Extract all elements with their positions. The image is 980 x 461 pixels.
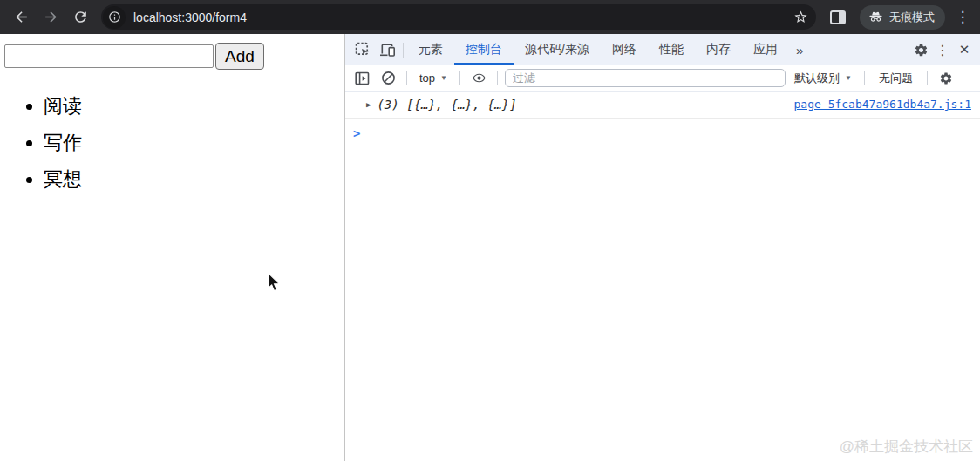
prompt-chevron-icon: > <box>353 126 360 140</box>
source-link[interactable]: page-5fcab47a961db4a7.js:1 <box>794 98 972 111</box>
site-info-button[interactable] <box>103 6 126 29</box>
console-settings-button[interactable] <box>935 68 957 89</box>
console-prompt[interactable]: > <box>345 119 980 146</box>
forward-button[interactable] <box>37 3 65 31</box>
tab-application[interactable]: 应用 <box>742 34 789 65</box>
tab-sources[interactable]: 源代码/来源 <box>514 34 601 65</box>
log-levels-dropdown[interactable]: 默认级别 ▼ <box>789 71 857 86</box>
back-button[interactable] <box>7 3 35 31</box>
browser-toolbar: localhost:3000/form4 无痕模式 ⋮ <box>0 0 980 34</box>
url-text[interactable]: localhost:3000/form4 <box>133 10 247 24</box>
back-icon <box>13 9 30 25</box>
watermark: @稀土掘金技术社区 <box>840 437 973 457</box>
list-item: 冥想 <box>44 166 344 193</box>
tab-network[interactable]: 网络 <box>601 34 648 65</box>
console-sidebar-icon <box>355 71 370 85</box>
reload-button[interactable] <box>66 3 94 31</box>
reload-icon <box>72 9 89 25</box>
browser-menu-button[interactable]: ⋮ <box>952 8 973 26</box>
device-toolbar-icon <box>379 43 396 58</box>
gear-icon <box>914 43 929 58</box>
add-button[interactable]: Add <box>215 43 264 70</box>
devtools-close-button[interactable]: ✕ <box>952 42 977 58</box>
info-icon <box>108 10 121 24</box>
inspect-icon <box>355 42 371 58</box>
web-page: Add 阅读 写作 冥想 <box>0 34 345 461</box>
todo-input[interactable] <box>4 44 214 68</box>
gear-icon <box>939 71 953 85</box>
devtools-menu-button[interactable]: ⋮ <box>933 42 952 58</box>
divider <box>864 71 865 85</box>
devtools-settings-button[interactable] <box>909 37 933 62</box>
incognito-icon <box>868 10 883 24</box>
divider <box>927 71 928 85</box>
incognito-badge: 无痕模式 <box>860 5 945 30</box>
forward-icon <box>43 9 59 25</box>
list-item: 写作 <box>44 130 344 156</box>
issues-status[interactable]: 无问题 <box>872 71 920 86</box>
chevron-down-icon: ▼ <box>440 74 447 82</box>
address-bar[interactable]: localhost:3000/form4 <box>101 4 816 30</box>
clear-console-button[interactable] <box>377 68 399 89</box>
console-filter-input[interactable] <box>505 69 786 87</box>
devtools-tab-bar: 元素 控制台 源代码/来源 网络 性能 内存 应用 » ⋮ ✕ <box>345 34 980 65</box>
star-icon <box>793 10 808 24</box>
devtools-panel: 元素 控制台 源代码/来源 网络 性能 内存 应用 » ⋮ ✕ <box>345 34 980 461</box>
device-toolbar-button[interactable] <box>375 37 399 62</box>
bookmark-button[interactable] <box>788 5 813 30</box>
log-levels-label: 默认级别 <box>794 71 840 86</box>
divider <box>406 71 407 85</box>
divider <box>497 71 498 85</box>
console-sidebar-button[interactable] <box>350 68 373 89</box>
content-area: Add 阅读 写作 冥想 元 <box>0 34 980 461</box>
tab-memory[interactable]: 内存 <box>695 34 742 65</box>
tab-console[interactable]: 控制台 <box>454 34 514 65</box>
divider <box>403 43 404 58</box>
live-expression-button[interactable] <box>467 68 490 89</box>
more-tabs-button[interactable]: » <box>789 43 810 58</box>
side-panel-icon <box>830 10 846 24</box>
console-output: ▶ (3) [{…}, {…}, {…}] page-5fcab47a961db… <box>345 92 980 461</box>
chevron-down-icon: ▼ <box>845 74 852 82</box>
list-item: 阅读 <box>44 93 344 119</box>
todo-list: 阅读 写作 冥想 <box>4 93 344 193</box>
eye-icon <box>471 71 487 85</box>
side-panel-button[interactable] <box>823 3 853 31</box>
console-log-text: (3) [{…}, {…}, {…}] <box>377 98 516 112</box>
divider <box>459 71 460 85</box>
tab-elements[interactable]: 元素 <box>407 34 454 65</box>
expand-triangle-icon[interactable]: ▶ <box>366 100 371 109</box>
clear-console-icon <box>381 71 396 85</box>
incognito-label: 无痕模式 <box>889 10 935 25</box>
console-toolbar: top ▼ 默认级别 ▼ 无问题 <box>345 65 980 92</box>
js-context-label: top <box>419 71 435 85</box>
inspect-element-button[interactable] <box>350 37 375 62</box>
todo-form: Add <box>4 44 344 70</box>
console-log-row[interactable]: ▶ (3) [{…}, {…}, {…}] page-5fcab47a961db… <box>345 92 980 119</box>
js-context-dropdown[interactable]: top ▼ <box>414 71 453 85</box>
tab-performance[interactable]: 性能 <box>648 34 695 65</box>
